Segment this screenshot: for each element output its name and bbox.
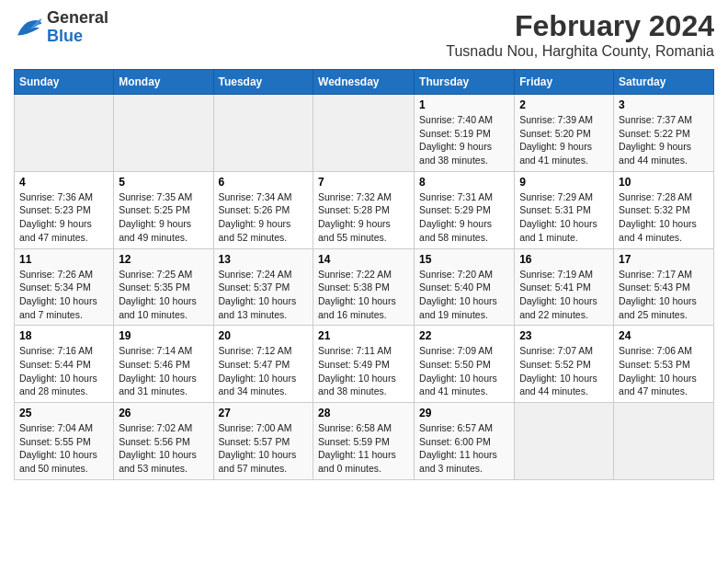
day-number: 22 [419, 329, 509, 342]
calendar-week-row: 11Sunrise: 7:26 AM Sunset: 5:34 PM Dayli… [15, 248, 714, 326]
calendar-cell: 26Sunrise: 7:02 AM Sunset: 5:56 PM Dayli… [114, 403, 213, 480]
day-number: 17 [619, 253, 709, 266]
day-info: Sunrise: 7:34 AM Sunset: 5:26 PM Dayligh… [219, 190, 309, 245]
calendar-cell: 27Sunrise: 7:00 AM Sunset: 5:57 PM Dayli… [213, 403, 313, 480]
day-info: Sunrise: 7:37 AM Sunset: 5:22 PM Dayligh… [619, 113, 709, 167]
logo-blue: Blue [47, 28, 108, 46]
day-info: Sunrise: 7:00 AM Sunset: 5:57 PM Dayligh… [219, 421, 309, 476]
day-number: 1 [419, 98, 509, 111]
calendar-table: SundayMondayTuesdayWednesdayThursdayFrid… [14, 69, 714, 480]
day-info: Sunrise: 7:07 AM Sunset: 5:52 PM Dayligh… [519, 344, 609, 398]
calendar-header-monday: Monday [114, 70, 213, 95]
day-number: 3 [619, 98, 709, 111]
day-number: 20 [219, 329, 309, 342]
calendar-cell: 13Sunrise: 7:24 AM Sunset: 5:37 PM Dayli… [213, 248, 313, 326]
calendar-cell: 9Sunrise: 7:29 AM Sunset: 5:31 PM Daylig… [515, 171, 614, 248]
day-info: Sunrise: 7:39 AM Sunset: 5:20 PM Dayligh… [519, 113, 609, 167]
calendar-cell [15, 95, 114, 172]
logo-icon [14, 15, 43, 40]
logo: General Blue [14, 9, 108, 46]
calendar-header-saturday: Saturday [614, 70, 714, 95]
calendar-header-tuesday: Tuesday [213, 70, 313, 95]
calendar-body: 1Sunrise: 7:40 AM Sunset: 5:19 PM Daylig… [15, 95, 714, 480]
day-info: Sunrise: 7:19 AM Sunset: 5:41 PM Dayligh… [519, 268, 609, 322]
day-number: 16 [519, 253, 609, 266]
page-title: February 2024 [446, 9, 714, 43]
day-number: 23 [519, 329, 609, 342]
calendar-cell: 3Sunrise: 7:37 AM Sunset: 5:22 PM Daylig… [614, 95, 714, 172]
day-info: Sunrise: 6:58 AM Sunset: 5:59 PM Dayligh… [318, 421, 409, 476]
calendar-cell: 29Sunrise: 6:57 AM Sunset: 6:00 PM Dayli… [415, 403, 515, 480]
calendar-week-row: 1Sunrise: 7:40 AM Sunset: 5:19 PM Daylig… [15, 95, 714, 172]
day-info: Sunrise: 7:02 AM Sunset: 5:56 PM Dayligh… [119, 421, 208, 476]
calendar-cell: 18Sunrise: 7:16 AM Sunset: 5:44 PM Dayli… [15, 326, 114, 403]
calendar-cell: 20Sunrise: 7:12 AM Sunset: 5:47 PM Dayli… [213, 326, 313, 403]
calendar-cell [313, 95, 415, 172]
calendar-header-thursday: Thursday [415, 70, 515, 95]
day-info: Sunrise: 6:57 AM Sunset: 6:00 PM Dayligh… [419, 421, 509, 476]
day-number: 13 [219, 253, 309, 266]
day-number: 26 [119, 407, 208, 419]
day-info: Sunrise: 7:25 AM Sunset: 5:35 PM Dayligh… [119, 268, 208, 322]
day-number: 2 [519, 98, 609, 111]
day-info: Sunrise: 7:17 AM Sunset: 5:43 PM Dayligh… [619, 268, 709, 322]
day-number: 21 [318, 329, 409, 342]
calendar-cell: 14Sunrise: 7:22 AM Sunset: 5:38 PM Dayli… [313, 248, 415, 326]
day-number: 9 [519, 176, 609, 189]
day-info: Sunrise: 7:35 AM Sunset: 5:25 PM Dayligh… [119, 190, 208, 245]
calendar-week-row: 4Sunrise: 7:36 AM Sunset: 5:23 PM Daylig… [15, 171, 714, 248]
day-number: 5 [119, 176, 208, 189]
day-info: Sunrise: 7:12 AM Sunset: 5:47 PM Dayligh… [219, 344, 309, 398]
logo-general: General [47, 9, 108, 28]
calendar-cell: 21Sunrise: 7:11 AM Sunset: 5:49 PM Dayli… [313, 326, 415, 403]
day-number: 18 [19, 329, 108, 342]
day-info: Sunrise: 7:36 AM Sunset: 5:23 PM Dayligh… [19, 190, 108, 245]
calendar-cell: 7Sunrise: 7:32 AM Sunset: 5:28 PM Daylig… [313, 171, 415, 248]
day-info: Sunrise: 7:28 AM Sunset: 5:32 PM Dayligh… [619, 190, 709, 245]
calendar-cell: 2Sunrise: 7:39 AM Sunset: 5:20 PM Daylig… [515, 95, 614, 172]
calendar-cell: 19Sunrise: 7:14 AM Sunset: 5:46 PM Dayli… [114, 326, 213, 403]
day-info: Sunrise: 7:06 AM Sunset: 5:53 PM Dayligh… [619, 344, 709, 398]
day-info: Sunrise: 7:29 AM Sunset: 5:31 PM Dayligh… [519, 190, 609, 245]
day-number: 4 [19, 176, 108, 189]
day-number: 7 [318, 176, 409, 189]
day-info: Sunrise: 7:26 AM Sunset: 5:34 PM Dayligh… [19, 268, 108, 322]
day-number: 14 [318, 253, 409, 266]
calendar-cell [614, 403, 714, 480]
calendar-cell: 22Sunrise: 7:09 AM Sunset: 5:50 PM Dayli… [415, 326, 515, 403]
day-number: 27 [219, 407, 309, 419]
day-number: 25 [19, 407, 108, 419]
calendar-cell [515, 403, 614, 480]
title-section: February 2024 Tusnadu Nou, Harghita Coun… [446, 9, 714, 60]
calendar-cell [213, 95, 313, 172]
calendar-cell: 17Sunrise: 7:17 AM Sunset: 5:43 PM Dayli… [614, 248, 714, 326]
calendar-cell: 4Sunrise: 7:36 AM Sunset: 5:23 PM Daylig… [15, 171, 114, 248]
day-number: 10 [619, 176, 709, 189]
day-info: Sunrise: 7:04 AM Sunset: 5:55 PM Dayligh… [19, 421, 108, 476]
day-info: Sunrise: 7:14 AM Sunset: 5:46 PM Dayligh… [119, 344, 208, 398]
calendar-header-wednesday: Wednesday [313, 70, 415, 95]
day-number: 28 [318, 407, 409, 419]
day-number: 19 [119, 329, 208, 342]
day-info: Sunrise: 7:09 AM Sunset: 5:50 PM Dayligh… [419, 344, 509, 398]
day-info: Sunrise: 7:32 AM Sunset: 5:28 PM Dayligh… [318, 190, 409, 245]
calendar-cell: 24Sunrise: 7:06 AM Sunset: 5:53 PM Dayli… [614, 326, 714, 403]
calendar-cell: 16Sunrise: 7:19 AM Sunset: 5:41 PM Dayli… [515, 248, 614, 326]
calendar-header-sunday: Sunday [15, 70, 114, 95]
day-number: 8 [419, 176, 509, 189]
calendar-header-friday: Friday [515, 70, 614, 95]
calendar-cell: 1Sunrise: 7:40 AM Sunset: 5:19 PM Daylig… [415, 95, 515, 172]
calendar-cell: 6Sunrise: 7:34 AM Sunset: 5:26 PM Daylig… [213, 171, 313, 248]
calendar-cell: 11Sunrise: 7:26 AM Sunset: 5:34 PM Dayli… [15, 248, 114, 326]
calendar-cell: 25Sunrise: 7:04 AM Sunset: 5:55 PM Dayli… [15, 403, 114, 480]
day-info: Sunrise: 7:20 AM Sunset: 5:40 PM Dayligh… [419, 268, 509, 322]
calendar-cell: 8Sunrise: 7:31 AM Sunset: 5:29 PM Daylig… [415, 171, 515, 248]
day-info: Sunrise: 7:16 AM Sunset: 5:44 PM Dayligh… [19, 344, 108, 398]
calendar-week-row: 25Sunrise: 7:04 AM Sunset: 5:55 PM Dayli… [15, 403, 714, 480]
day-number: 6 [219, 176, 309, 189]
day-number: 15 [419, 253, 509, 266]
day-number: 12 [119, 253, 208, 266]
calendar-week-row: 18Sunrise: 7:16 AM Sunset: 5:44 PM Dayli… [15, 326, 714, 403]
day-info: Sunrise: 7:24 AM Sunset: 5:37 PM Dayligh… [219, 268, 309, 322]
day-number: 11 [19, 253, 108, 266]
